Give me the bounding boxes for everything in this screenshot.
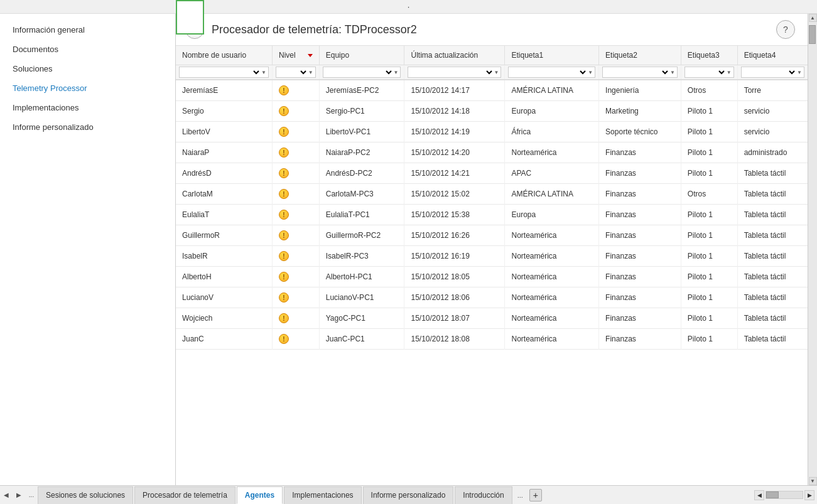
hscroll-right[interactable]: ▶ <box>804 490 814 500</box>
tab-procesador-telemetria[interactable]: Procesador de telemetría <box>134 486 235 504</box>
sidebar-item-informe-personalizado[interactable]: Informe personalizado <box>0 117 175 137</box>
cell-nombre: JeremíasE <box>176 80 273 101</box>
cell-e2: Finanzas <box>599 142 681 163</box>
table-row[interactable]: JeremíasE!JeremíasE-PC215/10/2012 14:17A… <box>176 80 808 101</box>
level-icon: ! <box>279 334 289 344</box>
tab-introduccion[interactable]: Introducción <box>455 486 512 504</box>
tab-informe-personalizado[interactable]: Informe personalizado <box>363 486 454 504</box>
cell-nombre: IsabelR <box>176 246 273 267</box>
cell-e3: Piloto 1 <box>681 205 737 225</box>
tab-nav-next[interactable]: ▶ <box>13 486 25 504</box>
cell-nivel: ! <box>273 246 320 267</box>
table-row[interactable]: Sergio!Sergio-PC115/10/2012 14:18EuropaM… <box>176 101 808 122</box>
cell-nivel: ! <box>273 329 320 350</box>
sidebar-item-implementaciones[interactable]: Implementaciones <box>0 98 175 117</box>
cell-e4: Tableta táctil <box>737 163 808 184</box>
cell-equipo: JuanC-PC1 <box>319 329 404 350</box>
cell-equipo: NaiaraP-PC2 <box>319 142 404 163</box>
tab-add-button[interactable]: + <box>529 489 542 501</box>
table-row[interactable]: AlbertoH!AlbertoH-PC115/10/2012 18:05Nor… <box>176 267 808 287</box>
scroll-down-button[interactable]: ▼ <box>809 477 817 485</box>
filter-cell-etiqueta3: ▼ <box>681 65 737 80</box>
cell-ultima: 15/10/2012 18:05 <box>404 267 505 287</box>
filter-select-etiqueta3[interactable] <box>687 68 727 77</box>
tab-agentes[interactable]: Agentes <box>237 486 283 504</box>
table-row[interactable]: IsabelR!IsabelR-PC315/10/2012 16:19Norte… <box>176 246 808 267</box>
th-etiqueta2[interactable]: Etiqueta2 <box>599 46 681 65</box>
bottom-tabs: ◀ ▶ ... Sesiones de solucionesProcesador… <box>0 485 817 504</box>
cell-e2: Finanzas <box>599 287 681 308</box>
th-nivel[interactable]: Nivel <box>273 46 320 65</box>
cell-nivel: ! <box>273 184 320 205</box>
cell-nombre: Wojciech <box>176 308 273 329</box>
table-row[interactable]: AndrésD!AndrésD-PC215/10/2012 14:21APACF… <box>176 163 808 184</box>
table-row[interactable]: NaiaraP!NaiaraP-PC215/10/2012 14:20Norte… <box>176 142 808 163</box>
cell-equipo: CarlotaM-PC3 <box>319 184 404 205</box>
scroll-up-button[interactable]: ▲ <box>809 14 817 22</box>
scroll-track <box>808 22 817 477</box>
tab-nav-dots[interactable]: ... <box>25 486 38 504</box>
cell-nivel: ! <box>273 267 320 287</box>
tab-sesiones-soluciones[interactable]: Sesiones de soluciones <box>38 486 133 504</box>
table-row[interactable]: JuanC!JuanC-PC115/10/2012 18:08Norteamér… <box>176 329 808 350</box>
hscroll-thumb[interactable] <box>766 491 779 498</box>
filter-cell-etiqueta1: ▼ <box>505 65 599 80</box>
th-nombre-usuario[interactable]: Nombre de usuario <box>176 46 273 65</box>
sidebar-item-informacion-general[interactable]: Información general <box>0 20 175 40</box>
tab-nav-prev[interactable]: ◀ <box>0 486 13 504</box>
filter-select-etiqueta4[interactable] <box>744 68 797 77</box>
tab-more-button[interactable]: ... <box>514 489 527 501</box>
filter-cell-equipo: ▼ <box>319 65 404 80</box>
filter-select-etiqueta1[interactable] <box>511 68 588 77</box>
cell-e4: Tableta táctil <box>737 205 808 225</box>
level-icon: ! <box>279 127 289 137</box>
scroll-thumb[interactable] <box>809 25 816 44</box>
filter-select-nombre-usuario[interactable] <box>181 68 261 77</box>
cell-e2: Finanzas <box>599 225 681 246</box>
dropdown-arrow-etiqueta2: ▼ <box>670 70 675 75</box>
cell-equipo: AlbertoH-PC1 <box>319 267 404 287</box>
sidebar-item-soluciones[interactable]: Soluciones <box>0 59 175 78</box>
th-ultima-actualizacion[interactable]: Última actualización <box>404 46 505 65</box>
level-icon: ! <box>279 313 289 323</box>
table-row[interactable]: EulaliaT!EulaliaT-PC115/10/2012 15:38Eur… <box>176 205 808 225</box>
cell-e1: Norteamérica <box>505 225 599 246</box>
cell-e1: Norteamérica <box>505 329 599 350</box>
cell-e2: Ingeniería <box>599 80 681 101</box>
filter-select-equipo[interactable] <box>325 68 394 77</box>
cell-e4: Tableta táctil <box>737 225 808 246</box>
table-row[interactable]: CarlotaM!CarlotaM-PC315/10/2012 15:02AMÉ… <box>176 184 808 205</box>
table-row[interactable]: LucianoV!LucianoV-PC115/10/2012 18:06Nor… <box>176 287 808 308</box>
th-etiqueta4[interactable]: Etiqueta4 <box>737 46 808 65</box>
cell-ultima: 15/10/2012 16:26 <box>404 225 505 246</box>
th-equipo[interactable]: Equipo <box>319 46 404 65</box>
tab-scroll-area: Sesiones de solucionesProcesador de tele… <box>38 486 527 504</box>
th-etiqueta3[interactable]: Etiqueta3 <box>681 46 737 65</box>
bottom-scroll: ◀ ▶ <box>754 490 817 500</box>
dropdown-arrow-etiqueta1: ▼ <box>588 70 593 75</box>
page-title: Procesador de telemetría: TDProcessor2 <box>212 23 417 36</box>
hscroll-left[interactable]: ◀ <box>754 490 764 500</box>
cell-nombre: AndrésD <box>176 163 273 184</box>
filter-select-etiqueta2[interactable] <box>605 68 670 77</box>
sidebar-item-documentos[interactable]: Documentos <box>0 40 175 59</box>
level-icon: ! <box>279 189 289 199</box>
cell-nivel: ! <box>273 287 320 308</box>
sidebar-item-telemetry-processor[interactable]: Telemetry Processor <box>0 78 175 98</box>
cell-e2: Finanzas <box>599 246 681 267</box>
cell-e4: Tableta táctil <box>737 287 808 308</box>
filter-select-ultima-actualizacion[interactable] <box>410 68 494 77</box>
table-row[interactable]: Wojciech!YagoC-PC115/10/2012 18:07Nortea… <box>176 308 808 329</box>
help-button[interactable]: ? <box>776 20 795 39</box>
cell-e3: Piloto 1 <box>681 308 737 329</box>
cell-nivel: ! <box>273 205 320 225</box>
th-etiqueta1[interactable]: Etiqueta1 <box>505 46 599 65</box>
level-icon: ! <box>279 168 289 178</box>
table-row[interactable]: LibertoV!LibertoV-PC115/10/2012 14:19Áfr… <box>176 122 808 142</box>
cell-e2: Finanzas <box>599 163 681 184</box>
table-row[interactable]: GuillermoR!GuillermoR-PC215/10/2012 16:2… <box>176 225 808 246</box>
filter-select-nivel[interactable] <box>278 68 308 77</box>
cell-ultima: 15/10/2012 16:19 <box>404 246 505 267</box>
tab-implementaciones[interactable]: Implementaciones <box>284 486 361 504</box>
sidebar: Información generalDocumentosSolucionesT… <box>0 14 176 485</box>
